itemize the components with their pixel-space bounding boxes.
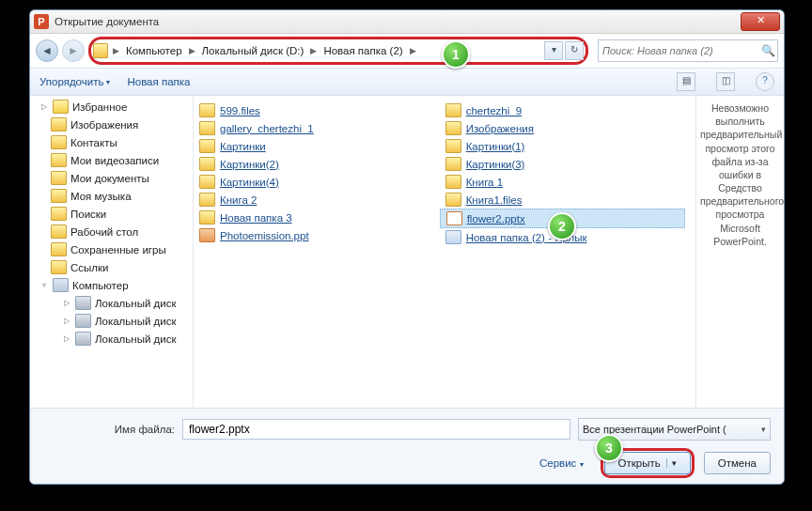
new-folder-button[interactable]: Новая папка (127, 76, 190, 87)
file-item[interactable]: Картинки(2) (194, 155, 440, 173)
nav-row: ◄ ► ▶ Компьютер ▶ Локальный диск (D:) ▶ … (30, 34, 784, 68)
chevron-down-icon[interactable]: ▾ (666, 458, 677, 468)
file-name: Картинки(1) (466, 141, 525, 152)
chevron-right-icon: ▶ (186, 46, 198, 55)
folder-icon (51, 153, 67, 167)
file-item[interactable]: chertezhi_9 (440, 101, 686, 119)
preview-pane: Невозможно выполнить предварительный про… (695, 96, 784, 408)
file-item[interactable]: Картинки(3) (440, 155, 686, 173)
tree-item[interactable]: Ссылки (30, 258, 193, 276)
file-item[interactable]: Книга 1 (440, 173, 686, 191)
dialog-body: ▷Избранное Изображения Контакты Мои виде… (30, 96, 784, 408)
tree-item[interactable]: Контакты (30, 133, 193, 151)
tree-computer[interactable]: ▿Компьютер (30, 276, 193, 294)
folder-icon (51, 260, 67, 274)
file-item[interactable]: Новая папка 3 (194, 209, 440, 226)
tree-item[interactable]: Моя музыка (30, 187, 193, 205)
file-item[interactable]: gallery_chertezhi_1 (194, 119, 440, 137)
annotation-3: 3 (595, 434, 623, 462)
folder-icon (51, 225, 67, 239)
filename-input[interactable] (182, 419, 570, 440)
file-name: Photoemission.ppt (220, 230, 309, 241)
crumb-computer[interactable]: Компьютер (122, 41, 186, 60)
file-name: Изображения (466, 123, 534, 134)
file-item[interactable]: Изображения (440, 119, 686, 137)
help-icon[interactable]: ? (756, 72, 774, 91)
tree-favorites[interactable]: ▷Избранное (30, 98, 193, 116)
file-item[interactable]: Photoemission.ppt (194, 226, 440, 244)
folder-icon (199, 193, 215, 207)
tools-menu[interactable]: Сервис ▾ (539, 457, 584, 469)
refresh-icon[interactable]: ↻ (565, 41, 584, 60)
file-item[interactable]: Книга1.files (440, 191, 686, 209)
forward-button[interactable]: ► (62, 39, 85, 62)
file-name: Книга1.files (466, 194, 523, 206)
chevron-right-icon: ▶ (110, 46, 122, 55)
file-name: Новая папка 3 (220, 212, 292, 224)
tree-item[interactable]: Мои документы (30, 169, 193, 187)
drive-icon (75, 332, 91, 346)
file-name: flower2.pptx (467, 213, 525, 225)
crumb-folder[interactable]: Новая папка (2) (320, 41, 406, 60)
file-item[interactable]: 599.files (194, 101, 440, 119)
crumb-drive[interactable]: Локальный диск (D:) (198, 41, 308, 60)
drive-icon (75, 314, 91, 328)
computer-icon (53, 278, 69, 292)
folder-icon (199, 103, 215, 117)
folder-icon (51, 242, 67, 256)
view-options-icon[interactable]: ▤ (677, 72, 695, 91)
chevron-right-icon: ▶ (307, 46, 320, 55)
folder-icon (199, 139, 215, 153)
close-button[interactable]: ✕ (741, 12, 780, 31)
file-name: Книга 1 (466, 177, 503, 188)
tree-item[interactable]: Поиски (30, 205, 193, 223)
search-input[interactable] (599, 45, 758, 56)
annotation-2: 2 (548, 212, 576, 240)
tree-item[interactable]: Мои видеозаписи (30, 151, 193, 169)
address-dropdown-icon[interactable]: ▾ (544, 41, 563, 60)
file-name: Книга 2 (220, 194, 257, 206)
tree-drive[interactable]: ▷Локальный диск (30, 312, 193, 330)
window-title: Открытие документа (55, 16, 741, 27)
tree-item[interactable]: Изображения (30, 116, 193, 133)
search-icon[interactable]: 🔍 (758, 44, 777, 57)
file-name: Картинки(3) (466, 159, 525, 170)
file-item[interactable]: Картинки(1) (440, 137, 686, 155)
star-icon (53, 100, 69, 114)
folder-icon (51, 117, 67, 132)
folder-icon (51, 171, 67, 185)
tree-item[interactable]: Сохраненные игры (30, 240, 193, 258)
address-bar[interactable]: ▶ Компьютер ▶ Локальный диск (D:) ▶ Нова… (88, 37, 588, 65)
file-item[interactable]: Картинки (194, 137, 440, 155)
tree-drive[interactable]: ▷Локальный диск (30, 294, 193, 312)
folder-icon (445, 139, 461, 153)
folder-icon (445, 157, 461, 171)
file-list[interactable]: 599.filesgallery_chertezhi_1КартинкиКарт… (194, 96, 695, 408)
file-name: 599.files (220, 105, 260, 116)
search-box[interactable]: 🔍 (598, 39, 778, 62)
tree-drive[interactable]: ▷Локальный диск (30, 330, 193, 348)
folder-icon (445, 193, 461, 207)
file-name: Картинки(4) (220, 177, 279, 188)
file-item[interactable]: Книга 2 (194, 191, 440, 209)
filename-label: Имя файла: (43, 424, 175, 435)
chevron-right-icon: ▶ (407, 46, 419, 55)
powerpoint-icon: P (34, 14, 49, 29)
preview-pane-icon[interactable]: ◫ (716, 72, 735, 91)
ppt-icon (199, 228, 215, 242)
navigation-tree[interactable]: ▷Избранное Изображения Контакты Мои виде… (30, 96, 194, 408)
file-name: Картинки (220, 141, 266, 152)
file-name: chertezhi_9 (466, 105, 522, 116)
folder-icon (445, 175, 461, 189)
file-name: gallery_chertezhi_1 (220, 123, 314, 134)
titlebar: P Открытие документа ✕ (30, 10, 784, 34)
tree-item[interactable]: Рабочий стол (30, 223, 193, 240)
organize-menu[interactable]: Упорядочить ▾ (39, 76, 110, 87)
open-file-dialog: P Открытие документа ✕ ◄ ► ▶ Компьютер ▶… (29, 9, 785, 485)
folder-icon (199, 121, 215, 135)
back-button[interactable]: ◄ (36, 39, 58, 62)
annotation-1: 1 (442, 40, 470, 69)
cancel-button[interactable]: Отмена (704, 452, 771, 474)
file-item[interactable]: Картинки(4) (194, 173, 440, 191)
folder-icon (51, 207, 67, 221)
